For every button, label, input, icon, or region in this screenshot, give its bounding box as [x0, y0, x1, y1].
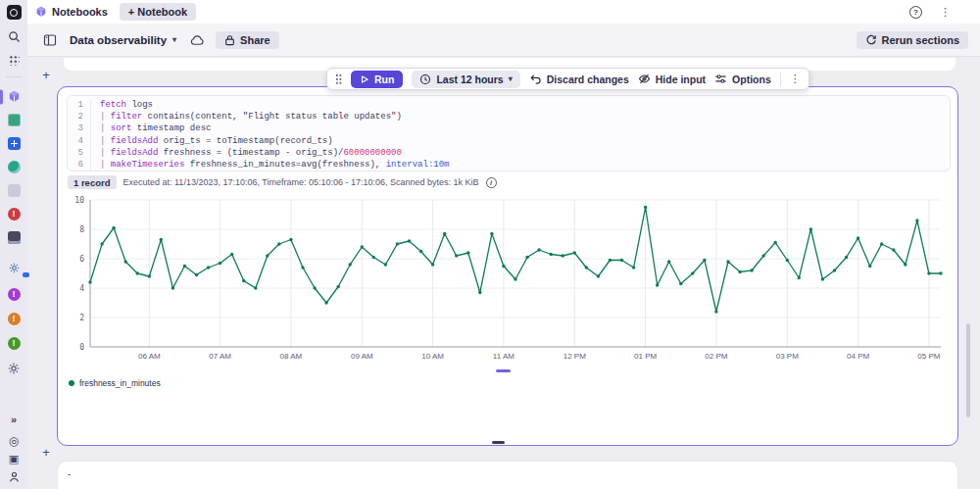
tab-notebooks[interactable]: Notebooks [35, 6, 108, 18]
code-token: | [100, 159, 111, 171]
code-line[interactable]: 2| filter contains(content, "Flight stat… [68, 111, 950, 122]
code-line[interactable]: 4| fieldsAdd orig_ts = toTimestamp(recor… [68, 135, 950, 147]
code-token: fieldsAdd [111, 135, 159, 147]
automation-app-icon [8, 114, 21, 126]
rail-app-dashboards[interactable] [0, 136, 27, 151]
add-section-button-top[interactable]: + [39, 68, 53, 81]
execution-meta: Executed at: 11/13/2023, 17:10:06, Timef… [123, 177, 479, 187]
code-token: orig_ts = toTimestamp(record_ts) [158, 135, 332, 147]
tab-new-notebook-label: + Notebook [128, 6, 187, 18]
rail-alert-green[interactable]: ! [0, 336, 27, 351]
code-token: ) [396, 111, 401, 122]
info-icon[interactable]: i [486, 177, 497, 188]
problems-app-icon: ! [8, 208, 21, 220]
share-label: Share [240, 34, 270, 46]
chart-legend[interactable]: freshness_in_minutes [69, 378, 161, 388]
app-rail: ! ! ! ! » ◎ ▣ [0, 0, 27, 489]
svg-text:01 PM: 01 PM [634, 352, 657, 361]
result-bar: 1 record Executed at: 11/13/2023, 17:10:… [68, 175, 497, 189]
svg-text:09 AM: 09 AM [351, 352, 373, 361]
drag-handle-icon[interactable] [335, 73, 342, 84]
rail-expand[interactable]: » [0, 413, 27, 427]
run-button[interactable]: Run [351, 71, 403, 88]
code-token: | [100, 122, 111, 134]
hide-input-button[interactable]: Hide input [638, 73, 706, 85]
line-number: 3 [68, 122, 91, 134]
apps-grid-icon [9, 55, 20, 66]
notebook-title-dropdown[interactable]: Data observability ▾ [70, 34, 176, 46]
discard-changes-button[interactable]: Discard changes [529, 73, 629, 85]
rail-app-hosts[interactable] [0, 230, 27, 245]
svg-text:12 PM: 12 PM [564, 352, 586, 361]
rail-apps[interactable] [0, 53, 27, 68]
rail-settings[interactable] [0, 361, 27, 375]
rail-app-kubernetes[interactable] [0, 160, 27, 174]
code-token: filter [111, 111, 142, 122]
code-token: contains(content, [142, 111, 243, 122]
rail-notebooks[interactable] [0, 89, 27, 104]
svg-text:6: 6 [79, 255, 84, 264]
play-icon [360, 74, 369, 84]
refresh-icon [865, 34, 877, 46]
options-button[interactable]: Options [714, 73, 771, 85]
rail-app-services[interactable] [0, 261, 27, 275]
svg-text:08 AM: 08 AM [280, 352, 303, 361]
scrollbar-thumb[interactable] [966, 323, 970, 417]
dynatrace-logo[interactable] [0, 5, 27, 20]
tab-notebooks-label: Notebooks [52, 6, 108, 18]
rail-app-problems[interactable]: ! [0, 207, 27, 221]
share-button[interactable]: Share [216, 31, 279, 49]
code-token: freshness = (timestamp - orig_ts)/ [158, 147, 343, 159]
section-kebab-icon[interactable]: ⋮ [790, 73, 801, 85]
settings-gear-icon [7, 362, 21, 375]
timeframe-label: Last 12 hours [436, 73, 503, 85]
line-number: 5 [68, 147, 91, 159]
notebooks-cube-icon [8, 90, 21, 103]
green-alert-icon: ! [8, 337, 21, 350]
purple-alert-icon: ! [8, 288, 21, 301]
search-icon [8, 30, 21, 43]
rail-search[interactable] [0, 29, 27, 44]
rerun-sections-button[interactable]: Rerun sections [857, 31, 968, 49]
svg-text:04 PM: 04 PM [847, 352, 869, 361]
svg-text:4: 4 [79, 284, 84, 293]
rail-help[interactable]: ◎ [0, 433, 27, 448]
rail-account[interactable] [0, 469, 27, 484]
notebook-section[interactable]: 1fetch logs2| filter contains(content, "… [57, 86, 958, 446]
code-line[interactable]: 6| makeTimeseries freshness_in_minutes=a… [68, 159, 950, 171]
rail-app-automation[interactable] [0, 113, 27, 127]
chevron-down-icon: ▾ [509, 74, 513, 83]
code-token: interval:10m [386, 159, 450, 171]
line-number: 4 [68, 135, 91, 147]
rail-alert-purple[interactable]: ! [0, 287, 27, 302]
help-icon[interactable]: ? [909, 6, 922, 19]
timeseries-chart[interactable]: 06 AM07 AM08 AM09 AM10 AM11 AM12 PM01 PM… [67, 193, 951, 366]
toolbar-divider [780, 73, 781, 86]
rail-alert-orange[interactable]: ! [0, 312, 27, 326]
section-resize-handle[interactable] [492, 441, 505, 444]
code-token: | [100, 135, 111, 147]
tab-new-notebook[interactable]: + Notebook [120, 3, 196, 21]
lifebuoy-icon: ◎ [9, 435, 19, 447]
chevron-down-icon: ▾ [172, 35, 176, 44]
run-label: Run [374, 73, 394, 85]
rail-news[interactable]: ▣ [0, 452, 27, 466]
code-line[interactable]: 5| fieldsAdd freshness = (timestamp - or… [68, 147, 950, 159]
code-token: logs [126, 99, 153, 111]
dql-code-editor[interactable]: 1fetch logs2| filter contains(content, "… [67, 95, 951, 171]
rail-app-clouds[interactable] [0, 183, 27, 198]
svg-text:10: 10 [74, 196, 84, 205]
add-section-button-bottom[interactable]: + [39, 445, 53, 459]
code-token: | [100, 111, 111, 122]
toggle-sidebar-icon[interactable] [43, 33, 57, 47]
svg-text:0: 0 [79, 343, 84, 352]
code-token: freshness_in_minutes=avg(freshness), [184, 159, 385, 171]
code-line[interactable]: 3| sort timestamp desc [68, 122, 950, 134]
next-section[interactable]: - [57, 461, 958, 489]
kebab-menu-icon[interactable]: ⋮ [940, 6, 951, 19]
cloud-sync-icon[interactable] [190, 34, 205, 46]
lock-icon [224, 34, 235, 46]
timeframe-selector[interactable]: Last 12 hours ▾ [412, 71, 519, 88]
chart-resize-handle[interactable] [496, 369, 511, 372]
code-line[interactable]: 1fetch logs [68, 99, 950, 111]
